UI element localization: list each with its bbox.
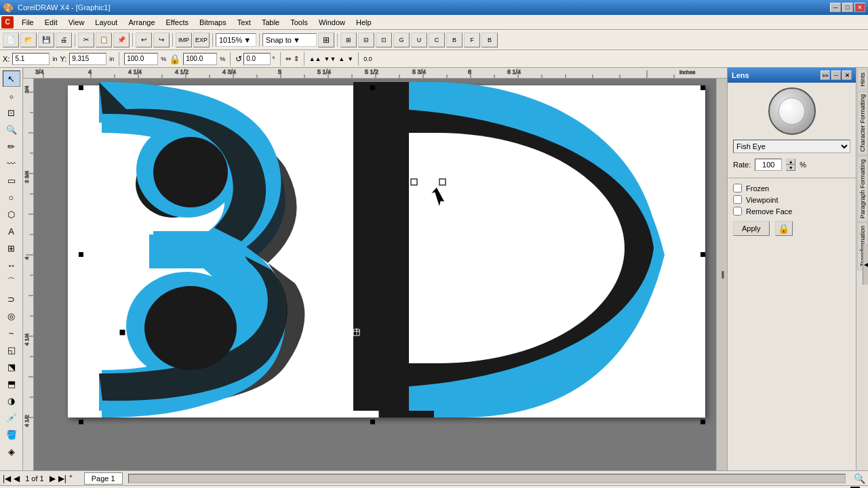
lens-type-select[interactable]: Fish Eye No Lens Effect Brighten Magnify… [733,140,850,153]
remove-face-checkbox[interactable] [733,207,742,216]
nudge-size-button[interactable]: 0.0 [363,56,372,62]
menu-tools[interactable]: Tools [285,15,313,29]
combine-button[interactable]: C [429,33,445,47]
y-input[interactable] [69,53,106,65]
text-tool[interactable]: A [3,223,20,239]
crop-tool[interactable]: ⊡ [3,104,20,121]
frozen-checkbox[interactable] [733,184,742,192]
character-formatting-tab[interactable]: Character Formatting [857,91,868,155]
new-button[interactable]: 📄 [3,33,19,47]
first-page-button[interactable]: |◀ [3,474,11,483]
scroll-thumb[interactable]: ▐ [719,271,724,278]
zoom-fit-icon[interactable]: 🔍 [854,473,865,484]
menu-arrange[interactable]: Arrange [123,15,160,29]
apply-button[interactable]: Apply [733,221,770,236]
save-button[interactable]: 💾 [38,33,54,47]
group-button[interactable]: G [393,33,410,47]
paragraph-formatting-tab[interactable]: Paragraph Formatting [857,156,868,222]
envelope-tool[interactable]: ⬔ [3,359,20,375]
lens-close-button[interactable]: ✕ [842,70,852,80]
minimize-button[interactable]: ─ [830,3,841,12]
back-button[interactable]: B [481,33,498,47]
menu-layout[interactable]: Layout [90,15,123,29]
zoom-tool[interactable]: 🔍 [3,121,20,138]
rate-input[interactable] [755,159,782,171]
connector-tool[interactable]: ⌒ [3,274,20,290]
add-page-button[interactable]: + [69,473,81,484]
open-button[interactable]: 📂 [20,33,37,47]
flip-v-button[interactable]: ⇕ [294,55,299,62]
redo-button[interactable]: ↪ [153,33,170,47]
lock-viewpoint-button[interactable]: 🔒 [775,221,793,236]
last-page-button[interactable]: ▶| [58,474,66,483]
transform-button[interactable]: ⊡ [376,33,392,47]
canvas-background[interactable] [34,79,727,470]
hints-tab[interactable]: Hints [857,69,868,90]
table-tool[interactable]: ⊞ [3,240,20,256]
menu-bitmaps[interactable]: Bitmaps [194,15,232,29]
right-collapse-button[interactable]: ◀ [863,244,868,285]
close-button[interactable]: ✕ [854,3,865,12]
eyedropper-tool[interactable]: 💉 [3,409,20,426]
fill-tool[interactable]: 🪣 [3,426,20,443]
copy-button[interactable]: 📋 [96,33,112,47]
distort-tool[interactable]: ~ [3,325,20,341]
ungroup-button[interactable]: U [411,33,427,47]
menu-view[interactable]: View [63,15,90,29]
transparency-tool[interactable]: ◑ [3,392,20,409]
polygon-tool[interactable]: ⬡ [3,206,20,222]
snap-to-dropdown[interactable]: Snap to ▼ [262,33,317,47]
smart-draw-tool[interactable]: 〰 [3,155,20,171]
to-back-button[interactable]: ▼▼ [324,56,336,62]
height-input[interactable] [183,53,217,65]
next-page-button[interactable]: ▶ [50,474,56,483]
zoom-dropdown[interactable]: 1015% ▼ [216,33,256,47]
up-one-button[interactable]: ▲ [338,56,344,62]
lens-minimize-button[interactable]: ─ [831,70,841,80]
align-button[interactable]: ⊞ [340,33,357,47]
shape-tool[interactable]: ⬦ [3,87,20,104]
break-apart-button[interactable]: B [446,33,462,47]
rate-down-button[interactable]: ▼ [786,165,795,171]
import-button[interactable]: IMP [176,33,192,47]
selector-tool[interactable]: ↖ [3,70,20,87]
width-input[interactable] [124,53,158,65]
horizontal-scrollbar[interactable] [128,474,846,483]
flip-h-button[interactable]: ⇔ [285,55,291,62]
undo-button[interactable]: ↩ [136,33,152,47]
cut-button[interactable]: ✂ [78,33,94,47]
rectangle-tool[interactable]: ▭ [3,172,20,188]
blend-tool[interactable]: ⊃ [3,291,20,307]
distribute-button[interactable]: ⊟ [358,33,374,47]
front-button[interactable]: F [464,33,480,47]
print-button[interactable]: 🖨 [56,33,72,47]
export-button[interactable]: EXP [193,33,210,47]
viewpoint-checkbox[interactable] [733,195,742,204]
down-one-button[interactable]: ▼ [347,56,353,62]
menu-effects[interactable]: Effects [161,15,194,29]
menu-edit[interactable]: Edit [39,15,63,29]
dimension-tool[interactable]: ↔ [3,257,20,273]
page-1-tab[interactable]: Page 1 [84,472,123,485]
contour-tool[interactable]: ◎ [3,308,20,324]
snap-toggle[interactable]: ⊞ [318,33,334,47]
menu-text[interactable]: Text [232,15,256,29]
lens-expand-button[interactable]: >> [821,70,830,80]
paste-button[interactable]: 📌 [113,33,130,47]
menu-file[interactable]: File [16,15,39,29]
x-input[interactable] [12,53,50,65]
rate-up-button[interactable]: ▲ [786,159,795,165]
menu-window[interactable]: Window [313,15,351,29]
ellipse-tool[interactable]: ○ [3,189,20,205]
shadow-tool[interactable]: ◱ [3,342,20,358]
smart-fill-tool[interactable]: ◈ [3,443,20,460]
menu-table[interactable]: Table [256,15,285,29]
vscrollbar[interactable]: ▐ [716,79,727,470]
prev-page-button[interactable]: ◀ [14,474,20,483]
extrude-tool[interactable]: ⬒ [3,375,20,392]
lock-proportions-icon[interactable]: 🔒 [169,54,180,64]
angle-input[interactable] [243,53,271,65]
maximize-button[interactable]: □ [842,3,853,12]
to-front-button[interactable]: ▲▲ [309,56,321,62]
freehand-tool[interactable]: ✏ [3,138,20,155]
